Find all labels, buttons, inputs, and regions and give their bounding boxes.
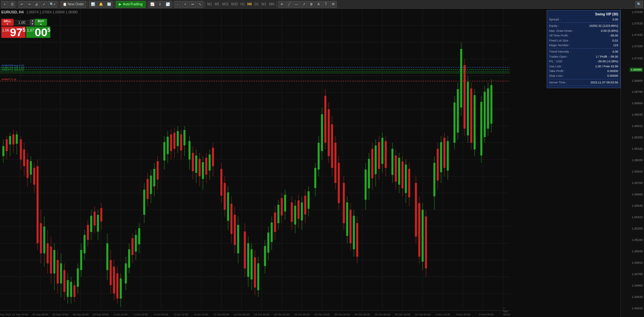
- svg-rect-295: [480, 102, 482, 155]
- svg-rect-87: [77, 268, 79, 287]
- chart-type-line-btn[interactable]: 📉: [164, 1, 171, 8]
- tf-h1[interactable]: H1: [239, 2, 246, 6]
- time-label: 1 Nov 12:00: [435, 313, 450, 316]
- bid-sup: 5: [22, 27, 25, 33]
- alerts-btn[interactable]: 🔔: [97, 1, 105, 8]
- price-tick: 1.04410: [632, 307, 643, 310]
- sep7: [205, 1, 205, 7]
- tf-m1[interactable]: M1: [206, 2, 213, 6]
- time-label: 19 Oct 12:00: [314, 313, 330, 316]
- scroll-btn[interactable]: ⇔: [189, 1, 196, 8]
- svg-rect-57: [26, 160, 29, 178]
- svg-rect-155: [202, 162, 204, 179]
- svg-rect-239: [368, 159, 370, 188]
- zoom-in-btn[interactable]: 🔍+: [48, 1, 57, 8]
- info-pl: -39.00 (-0.39%): [597, 59, 618, 64]
- text-btn[interactable]: A: [315, 1, 322, 8]
- price-scale: 1.07635 1.07530 1.07430 1.07280 1.07155 …: [621, 9, 644, 317]
- buy-button[interactable]: BUY▲: [35, 19, 47, 26]
- svg-rect-157: [205, 158, 207, 175]
- info-sl: 0.00000: [607, 73, 618, 78]
- svg-rect-163: [220, 169, 222, 196]
- tf-d1[interactable]: D1: [253, 2, 260, 6]
- redo-btn[interactable]: ↪: [26, 1, 33, 8]
- svg-rect-67: [43, 227, 45, 253]
- ask-sup: 5: [47, 27, 50, 33]
- order-label-tp: #4484711 tp: [1, 78, 16, 81]
- trendline-btn[interactable]: ↗: [301, 1, 307, 8]
- time-label: 28 Sep 00:00: [72, 313, 89, 316]
- crosshair-btn[interactable]: ✛: [278, 1, 285, 8]
- autoscroll-btn[interactable]: ⤡: [197, 1, 203, 8]
- chart-type-candle-btn[interactable]: 🕯: [157, 1, 163, 8]
- svg-rect-227: [343, 183, 345, 223]
- print-btn[interactable]: 🖨: [33, 1, 40, 8]
- svg-rect-233: [353, 216, 355, 249]
- history-btn[interactable]: 📊: [89, 1, 97, 8]
- svg-rect-223: [334, 143, 336, 183]
- time-label: 12 Oct 08:00: [234, 313, 249, 316]
- time-label: 29 Sep 08:00: [93, 313, 109, 316]
- svg-rect-207: [304, 196, 306, 214]
- toolbar: + ☰ ↩ ↪ 🖨 ⤢ 🔍+ 📋 New Order 📊 🔔 🔄 ▶ AutoT…: [0, 0, 644, 9]
- svg-rect-297: [484, 92, 486, 137]
- svg-rect-71: [50, 247, 52, 273]
- svg-rect-137: [170, 134, 172, 151]
- info-trend-row: Trend Intensity : 4.06: [549, 49, 618, 54]
- sell-price-box: 1.06 97 5: [1, 26, 25, 38]
- time-label: 25 Oct 08:00: [375, 313, 390, 316]
- time-label: 31 Oct 04:00: [415, 313, 430, 316]
- time-label: 16 Oct 12:00: [274, 313, 289, 316]
- info-equity-row: Equity : 10252.32 (1223.86%): [549, 23, 618, 28]
- tf-m30[interactable]: M30: [230, 2, 238, 6]
- lot-up-btn[interactable]: ▲: [30, 19, 35, 22]
- tf-w1[interactable]: W1: [260, 2, 267, 6]
- svg-rect-47: [9, 136, 11, 144]
- info-uselots: 1.00 / Free 43.99: [595, 64, 618, 69]
- undo-btn[interactable]: ↩: [18, 1, 25, 8]
- label-btn[interactable]: T: [323, 1, 329, 8]
- svg-rect-271: [433, 163, 435, 196]
- trade-controls: SELL▼ ▲ ▼ BUY▲ 1.06 97 5 1.07 00 5: [1, 19, 50, 38]
- symbol-name: EURUSD, H4: [1, 10, 24, 14]
- svg-rect-213: [318, 143, 320, 170]
- price-tick: 1.04535: [632, 295, 643, 299]
- autotrading-btn[interactable]: ▶ AutoTrading: [116, 1, 146, 8]
- lot-input[interactable]: [13, 20, 30, 25]
- svg-rect-197: [284, 195, 286, 211]
- line-btn[interactable]: ╱: [286, 1, 292, 8]
- tools-btn[interactable]: ⚒: [330, 1, 337, 8]
- tf-mn[interactable]: MN: [268, 2, 275, 6]
- profile-btn[interactable]: ☰: [9, 1, 15, 8]
- tf-m5[interactable]: M5: [214, 2, 220, 6]
- svg-rect-133: [163, 142, 165, 161]
- autotrading-icon: ▶: [119, 2, 121, 6]
- price-tick: 1.05160: [632, 238, 643, 242]
- zoom-out-btn[interactable]: -: [174, 1, 181, 8]
- hline-btn[interactable]: —: [293, 1, 300, 8]
- lot-down-btn[interactable]: ▼: [30, 22, 35, 26]
- zoom-fit-btn[interactable]: ⤢: [41, 1, 47, 8]
- svg-rect-77: [60, 263, 62, 283]
- svg-rect-193: [277, 205, 279, 223]
- info-drawdown-row: Max. Draw Down : 0.00 (0.00%): [549, 28, 618, 33]
- lot-arrows: ▲ ▼: [30, 19, 35, 26]
- search-btn[interactable]: 🔍: [635, 1, 643, 8]
- price-tick: 1.04910: [632, 261, 643, 264]
- tf-m15[interactable]: M15: [221, 2, 229, 6]
- zoom-in2-btn[interactable]: +: [182, 1, 189, 8]
- ask-big: 00: [35, 26, 48, 38]
- refresh-btn[interactable]: 🔄: [105, 1, 113, 8]
- new-chart-btn[interactable]: +: [1, 1, 8, 8]
- sell-button[interactable]: SELL▼: [1, 19, 13, 26]
- svg-rect-263: [415, 183, 417, 237]
- svg-rect-95: [90, 216, 92, 232]
- new-order-btn[interactable]: 📋 New Order: [60, 1, 86, 8]
- chart-type-bar-btn[interactable]: 📈: [149, 1, 156, 8]
- price-tick: 1.06410: [632, 124, 643, 128]
- info-drawdown: 0.00 (0.00%): [601, 28, 618, 33]
- svg-rect-141: [177, 131, 179, 146]
- tf-h4[interactable]: H4: [247, 2, 253, 6]
- fib-btn[interactable]: ≣: [308, 1, 315, 8]
- svg-rect-217: [324, 96, 326, 143]
